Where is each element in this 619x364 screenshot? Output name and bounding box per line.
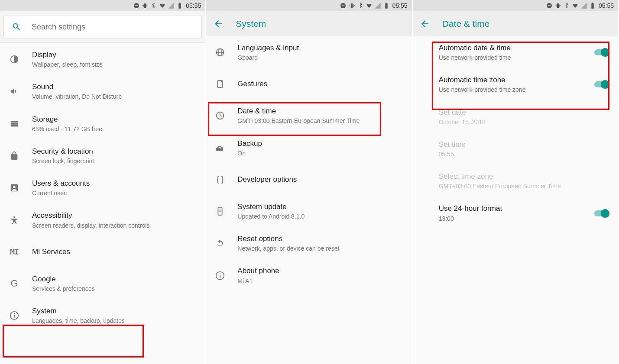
item-accessibility[interactable]: Accessibility Screen readers, display, i… [0, 204, 205, 236]
item-reset[interactable]: Reset options Network, apps, or device c… [206, 227, 412, 259]
svg-rect-3 [143, 4, 144, 6]
vibrate-icon [348, 2, 355, 9]
svg-point-32 [222, 81, 223, 81]
item-sound[interactable]: Sound Volume, vibration, Do Not Disturb [0, 75, 205, 107]
svg-rect-39 [548, 5, 551, 6]
item-users[interactable]: Users & accounts Current user: [0, 172, 205, 204]
page-title: Date & time [442, 19, 490, 29]
item-gestures[interactable]: Gestures [206, 68, 412, 100]
item-title: Storage [32, 115, 197, 124]
svg-point-37 [220, 273, 220, 274]
item-title: System update [237, 202, 403, 212]
svg-rect-23 [349, 5, 349, 6]
battery-icon [176, 2, 183, 9]
item-title: Security & location [32, 147, 197, 156]
reset-icon [215, 238, 225, 248]
item-title: Automatic date & time [439, 43, 582, 53]
item-subtitle: Use network-provided time zone [439, 86, 582, 93]
info-icon [9, 310, 20, 321]
clock-icon [215, 110, 225, 121]
toggle-auto-date[interactable] [594, 48, 609, 57]
settings-list: Display Wallpaper, sleep, font size Soun… [0, 43, 205, 364]
item-subtitle: Volume, vibration, Do Not Disturb [32, 93, 197, 100]
svg-rect-6 [148, 5, 148, 6]
svg-rect-16 [14, 315, 15, 317]
dnd-icon [133, 2, 140, 9]
item-subtitle: Wallpaper, sleep, font size [32, 61, 197, 68]
svg-rect-9 [11, 121, 18, 122]
signal-icon [168, 2, 175, 9]
svg-point-13 [13, 186, 16, 189]
svg-rect-22 [353, 4, 353, 6]
svg-rect-26 [386, 3, 387, 3]
item-title: Use 24-hour format [439, 204, 582, 213]
item-title: Backup [237, 139, 403, 148]
svg-rect-21 [350, 4, 350, 6]
vibrate-icon [142, 2, 149, 9]
item-title: Mi Services [32, 247, 197, 257]
status-bar: 05:55 [206, 0, 412, 11]
item-system[interactable]: System Languages, time, backup, updates [0, 300, 205, 332]
item-security[interactable]: Security & location Screen lock, fingerp… [0, 140, 205, 172]
item-subtitle: GMT+03:00 Eastern European Summer Time [237, 117, 403, 125]
svg-rect-41 [556, 4, 556, 6]
item-subtitle: 13:00 [439, 215, 582, 222]
toggle-24h[interactable] [594, 209, 609, 218]
item-subtitle: 63% used - 11.72 GB free [32, 125, 197, 133]
svg-rect-25 [385, 3, 387, 9]
item-storage[interactable]: Storage 63% used - 11.72 GB free [0, 108, 205, 140]
svg-rect-44 [561, 5, 561, 6]
svg-rect-1 [135, 5, 138, 6]
user-icon [9, 183, 20, 193]
mi-icon: MI [9, 247, 20, 257]
status-bar: 05:55 [0, 0, 205, 11]
battery-icon [589, 2, 596, 9]
sound-icon [9, 86, 20, 97]
item-subtitle: October 15, 2018 [439, 118, 609, 126]
item-languages[interactable]: Languages & input Gboard [206, 36, 412, 68]
item-title: Google [32, 274, 197, 284]
toggle-auto-tz[interactable] [594, 80, 609, 89]
signal-icon [374, 2, 381, 9]
svg-rect-36 [220, 275, 220, 277]
svg-rect-40 [557, 3, 559, 8]
item-title: Users & accounts [32, 179, 197, 188]
item-date-time[interactable]: Date & time GMT+03:00 Eastern European S… [206, 100, 412, 132]
item-title: About phone [237, 266, 403, 276]
item-mi-services[interactable]: MI Mi Services [0, 236, 205, 267]
item-display[interactable]: Display Wallpaper, sleep, font size [0, 43, 205, 75]
search-settings[interactable] [3, 16, 202, 38]
search-input[interactable] [32, 23, 194, 32]
back-icon[interactable] [420, 19, 430, 29]
item-title: Automatic time zone [439, 75, 582, 85]
item-system-update[interactable]: System update Updated to Android 8.1.0 [206, 195, 412, 227]
item-backup[interactable]: Backup On [206, 132, 412, 164]
item-title: Accessibility [32, 211, 197, 220]
date-time-list: Automatic date & time Use network-provid… [413, 36, 618, 364]
item-about[interactable]: About phone Mi A1 [206, 259, 412, 291]
item-set-time: Set time 05:55 [413, 133, 618, 165]
item-title: Languages & input [237, 43, 403, 53]
item-title: Sound [32, 82, 197, 92]
back-icon[interactable] [213, 19, 224, 29]
bluetooth-icon [563, 2, 570, 9]
braces-icon: { } [215, 174, 225, 185]
item-24h[interactable]: Use 24-hour format 13:00 [413, 197, 618, 229]
svg-rect-7 [179, 3, 181, 9]
status-bar: 05:55 [413, 0, 618, 11]
svg-rect-46 [592, 3, 593, 3]
svg-rect-10 [11, 123, 18, 125]
storage-icon [9, 119, 20, 129]
item-google[interactable]: G Google Services & preferences [0, 267, 205, 300]
svg-rect-8 [179, 3, 181, 3]
item-auto-tz[interactable]: Automatic time zone Use network-provided… [413, 68, 618, 100]
item-auto-date[interactable]: Automatic date & time Use network-provid… [413, 36, 618, 68]
item-select-tz: Select time zone GMT+03:00 Eastern Europ… [413, 165, 618, 197]
item-developer[interactable]: { } Developer options [206, 164, 412, 195]
status-time: 05:55 [599, 2, 614, 9]
item-set-date: Set date October 15, 2018 [413, 101, 618, 133]
item-title: System [32, 306, 197, 316]
dnd-icon [340, 2, 347, 9]
svg-point-14 [13, 216, 15, 218]
svg-rect-42 [559, 4, 560, 6]
